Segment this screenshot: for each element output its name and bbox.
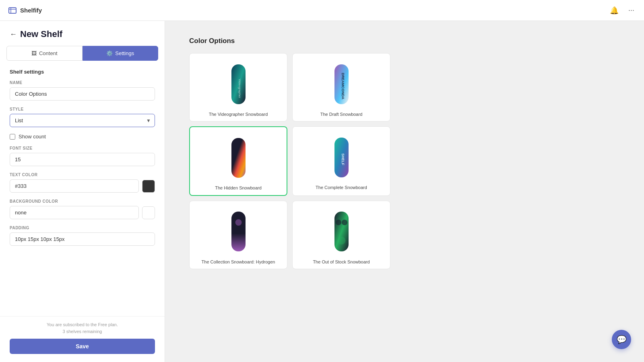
name-label: NAME [10, 80, 155, 85]
more-button[interactable]: ··· [627, 4, 636, 16]
sidebar-form: Shelf settings NAME STYLE List Grid Caro… [0, 61, 165, 316]
svg-point-14 [342, 220, 347, 225]
settings-tab-icon: ⚙️ [106, 50, 113, 56]
snowboard-svg-4: SHELF [332, 134, 351, 181]
text-color-row [10, 179, 155, 193]
product-img-1: Videographer [226, 60, 250, 108]
padding-label: PADDING [10, 226, 155, 230]
main-layout: ← New Shelf 🖼 Content ⚙️ Settings Shelf … [0, 21, 644, 362]
sidebar: ← New Shelf 🖼 Content ⚙️ Settings Shelf … [0, 21, 165, 362]
product-card-6[interactable]: The Out of Stock Snowboard [292, 201, 390, 269]
show-count-group: Show count [10, 134, 155, 140]
snowboard-svg-5 [229, 208, 248, 255]
svg-text:Videographer: Videographer [237, 79, 241, 98]
product-name-4: The Complete Snowboard [316, 185, 367, 190]
product-name-2: The Draft Snowboard [320, 111, 363, 117]
svg-rect-0 [9, 8, 16, 13]
sidebar-footer: You are subscribed to the Free plan. 3 s… [0, 316, 165, 362]
topbar: Shelfify 🔔 ··· [0, 0, 644, 21]
product-img-2: DREAMCONDA [329, 60, 353, 108]
font-size-label: FONT SIZE [10, 146, 155, 150]
product-card-5[interactable]: The Collection Snowboard: Hydrogen [189, 201, 287, 269]
svg-point-13 [336, 220, 341, 225]
svg-point-15 [337, 237, 345, 245]
product-img-5 [226, 208, 250, 256]
style-group: STYLE List Grid Carousel ▼ [10, 107, 155, 127]
svg-point-11 [235, 219, 242, 226]
sidebar-header: ← New Shelf [0, 21, 165, 46]
back-arrow-icon[interactable]: ← [10, 30, 17, 39]
bg-color-group: BACKGROUND COLOR [10, 199, 155, 219]
product-name-6: The Out of Stock Snowboard [313, 259, 369, 265]
product-card-2[interactable]: DREAMCONDA The Draft Snowboard [292, 53, 390, 121]
save-button[interactable]: Save [10, 339, 155, 354]
snowboard-svg-6 [332, 208, 351, 255]
bg-color-swatch[interactable] [142, 206, 155, 219]
padding-group: PADDING [10, 226, 155, 246]
bg-color-input[interactable] [10, 206, 139, 219]
product-card-3[interactable]: The Hidden Snowboard [189, 126, 287, 195]
plan-line2: 3 shelves remaining [63, 329, 102, 334]
tabs: 🖼 Content ⚙️ Settings [0, 46, 165, 61]
style-select[interactable]: List Grid Carousel [10, 114, 155, 127]
content-tab-icon: 🖼 [31, 50, 37, 56]
font-size-input[interactable] [10, 153, 155, 166]
plan-line1: You are subscribed to the Free plan. [47, 322, 118, 327]
style-label: STYLE [10, 107, 155, 111]
product-img-4: SHELF [329, 133, 353, 181]
content-area: Color Options Videographer [165, 21, 644, 362]
product-img-6 [329, 208, 353, 256]
show-count-label: Show count [19, 134, 46, 140]
snowboard-svg-1: Videographer [229, 61, 248, 107]
svg-text:DREAMCONDA: DREAMCONDA [341, 73, 345, 99]
plan-info: You are subscribed to the Free plan. 3 s… [10, 321, 155, 335]
more-icon: ··· [628, 6, 634, 14]
bg-color-label: BACKGROUND COLOR [10, 199, 155, 204]
product-card-4[interactable]: SHELF The Complete Snowboard [292, 126, 390, 195]
svg-rect-7 [231, 138, 246, 178]
svg-rect-10 [231, 212, 246, 251]
svg-text:SHELF: SHELF [341, 153, 345, 165]
products-grid: Videographer The Videographer Snowboard [189, 53, 390, 269]
text-color-swatch[interactable] [142, 180, 155, 193]
shelf-settings-title: Shelf settings [10, 69, 155, 75]
content-tab-label: Content [39, 50, 58, 56]
product-name-3: The Hidden Snowboard [215, 185, 262, 191]
chat-icon: 💬 [617, 335, 627, 344]
bell-icon: 🔔 [610, 6, 619, 14]
sidebar-back: ← New Shelf [10, 29, 155, 39]
text-color-group: TEXT COLOR [10, 173, 155, 193]
snowboard-svg-3 [229, 135, 248, 181]
tab-content[interactable]: 🖼 Content [6, 46, 83, 61]
show-count-checkbox[interactable] [10, 134, 15, 140]
topbar-right: 🔔 ··· [608, 4, 636, 16]
text-color-input[interactable] [10, 179, 139, 193]
name-group: NAME [10, 80, 155, 101]
product-img-3 [226, 134, 250, 182]
svg-rect-12 [334, 212, 349, 251]
app-logo-icon [8, 6, 17, 15]
app-name: Shelfify [20, 7, 42, 14]
shelf-title: Color Options [189, 37, 620, 45]
bg-color-row [10, 206, 155, 219]
text-color-label: TEXT COLOR [10, 173, 155, 177]
font-size-group: FONT SIZE [10, 146, 155, 166]
product-name-5: The Collection Snowboard: Hydrogen [202, 259, 275, 265]
bell-button[interactable]: 🔔 [608, 4, 620, 16]
sidebar-title: New Shelf [20, 29, 62, 39]
chat-button[interactable]: 💬 [612, 330, 631, 349]
app-logo: Shelfify [8, 6, 42, 15]
padding-input[interactable] [10, 232, 155, 246]
settings-tab-label: Settings [115, 50, 134, 56]
product-name-1: The Videographer Snowboard [209, 111, 268, 117]
style-select-wrapper: List Grid Carousel ▼ [10, 114, 155, 127]
name-input[interactable] [10, 87, 155, 101]
product-card-1[interactable]: Videographer The Videographer Snowboard [189, 53, 287, 121]
tab-settings[interactable]: ⚙️ Settings [83, 46, 159, 61]
snowboard-svg-2: DREAMCONDA [332, 61, 351, 107]
